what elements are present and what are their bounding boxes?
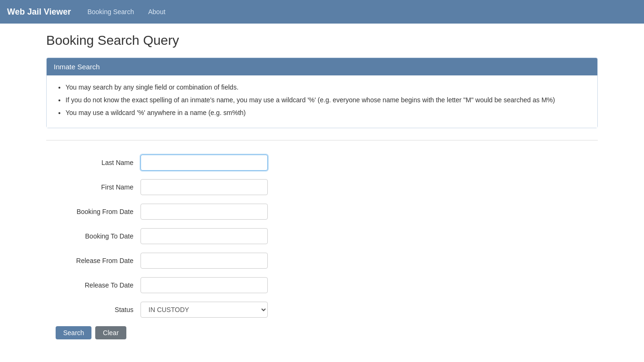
release-from-date-label: Release From Date [46, 257, 140, 264]
last-name-label: Last Name [46, 159, 140, 166]
clear-button[interactable]: Clear [95, 326, 126, 339]
status-group: Status IN CUSTODY RELEASED ALL [46, 302, 598, 318]
booking-to-date-input[interactable] [140, 228, 268, 244]
button-group: Search Clear [46, 326, 598, 339]
page-title: Booking Search Query [46, 33, 598, 48]
booking-to-date-group: Booking To Date [46, 228, 598, 244]
nav-item-booking-search: Booking Search [80, 1, 141, 23]
tip-2: If you do not know the exact spelling of… [66, 95, 588, 105]
first-name-group: First Name [46, 179, 598, 195]
inmate-search-panel: Inmate Search You may search by any sing… [46, 58, 598, 128]
booking-to-date-label: Booking To Date [46, 232, 140, 240]
nav-link-booking-search[interactable]: Booking Search [80, 1, 141, 23]
navbar-nav: Booking Search About [80, 1, 172, 23]
tips-list: You may search by any single field or co… [56, 82, 588, 118]
release-from-date-group: Release From Date [46, 253, 598, 269]
search-button[interactable]: Search [56, 326, 91, 339]
status-label: Status [46, 306, 140, 313]
tip-1: You may search by any single field or co… [66, 82, 588, 92]
nav-link-about[interactable]: About [141, 1, 173, 23]
release-to-date-input[interactable] [140, 277, 268, 293]
divider [46, 140, 598, 140]
search-form: Last Name First Name Booking From Date B… [46, 150, 598, 349]
first-name-input[interactable] [140, 179, 268, 195]
last-name-group: Last Name [46, 155, 598, 171]
release-from-date-input[interactable] [140, 253, 268, 269]
booking-from-date-group: Booking From Date [46, 204, 598, 220]
navbar: Web Jail Viewer Booking Search About [0, 0, 644, 24]
last-name-input[interactable] [140, 155, 268, 171]
main-container: Booking Search Query Inmate Search You m… [39, 24, 605, 358]
panel-header: Inmate Search [47, 58, 597, 75]
tip-3: You may use a wildcard '%' anywhere in a… [66, 108, 588, 118]
nav-item-about: About [141, 1, 173, 23]
navbar-brand[interactable]: Web Jail Viewer [7, 7, 71, 17]
booking-from-date-label: Booking From Date [46, 208, 140, 215]
panel-body: You may search by any single field or co… [47, 75, 597, 128]
status-select[interactable]: IN CUSTODY RELEASED ALL [140, 302, 268, 318]
booking-from-date-input[interactable] [140, 204, 268, 220]
release-to-date-label: Release To Date [46, 281, 140, 289]
first-name-label: First Name [46, 183, 140, 191]
release-to-date-group: Release To Date [46, 277, 598, 293]
